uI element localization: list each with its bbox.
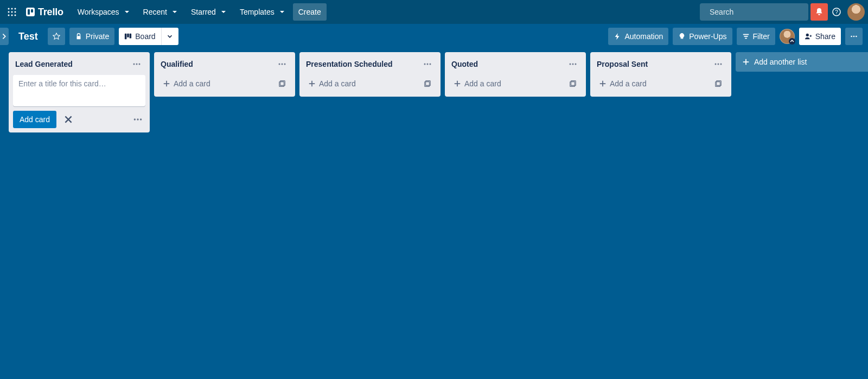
ellipsis-icon	[714, 60, 723, 68]
share-label: Share	[815, 32, 835, 41]
add-list-button[interactable]: Add another list	[736, 52, 868, 72]
list-menu-button[interactable]	[130, 58, 143, 71]
open-sidebar-button[interactable]	[0, 28, 9, 45]
header-nav: Workspaces Recent Starred Templates Crea…	[72, 3, 327, 21]
list-menu-button[interactable]	[421, 58, 434, 71]
star-icon	[53, 33, 60, 40]
svg-point-32	[284, 64, 286, 65]
list: Quoted Add a card	[445, 52, 586, 97]
list-title[interactable]: Qualified	[161, 60, 193, 68]
create-button[interactable]: Create	[293, 3, 327, 21]
svg-point-8	[15, 15, 16, 16]
svg-point-7	[11, 15, 13, 16]
add-card-button[interactable]: Add a card	[451, 77, 566, 90]
list: Proposal Sent Add a card	[590, 52, 731, 97]
svg-point-4	[11, 11, 13, 13]
add-card-button[interactable]: Add a card	[597, 77, 712, 90]
svg-point-23	[856, 36, 857, 37]
svg-point-45	[715, 64, 717, 65]
svg-point-27	[134, 118, 136, 120]
search-input[interactable]	[710, 8, 805, 16]
automation-label: Automation	[624, 32, 663, 41]
card-title-input[interactable]	[13, 75, 145, 104]
notifications-button[interactable]	[810, 3, 828, 21]
svg-point-24	[133, 64, 135, 65]
svg-point-40	[570, 64, 571, 65]
starred-menu[interactable]: Starred	[186, 3, 233, 21]
svg-text:?: ?	[835, 9, 838, 15]
close-icon	[63, 115, 73, 124]
visibility-label: Private	[86, 32, 110, 41]
list: Lead Generated Add card	[9, 52, 150, 132]
filter-button[interactable]: Filter	[737, 28, 775, 45]
add-card-label: Add a card	[464, 79, 501, 88]
svg-rect-16	[130, 34, 132, 39]
chevron-down-icon	[219, 8, 228, 16]
workspaces-menu[interactable]: Workspaces	[72, 3, 137, 21]
ellipsis-icon	[423, 60, 432, 68]
svg-point-36	[427, 64, 429, 65]
global-header: Trello Workspaces Recent Starred Templat…	[0, 0, 868, 24]
svg-rect-19	[745, 38, 747, 39]
automation-button[interactable]: Automation	[608, 28, 668, 45]
add-card-label: Add a card	[319, 79, 356, 88]
recent-menu[interactable]: Recent	[138, 3, 184, 21]
share-button[interactable]: Share	[799, 28, 841, 45]
list-menu-button[interactable]	[276, 58, 289, 71]
plus-icon	[454, 80, 461, 87]
card-template-button[interactable]	[276, 77, 289, 90]
search-box[interactable]	[700, 3, 808, 21]
add-card-label: Add a card	[174, 79, 210, 88]
list-menu-button[interactable]	[712, 58, 725, 71]
svg-point-2	[15, 8, 16, 10]
member-avatar[interactable]	[780, 29, 795, 44]
template-icon	[278, 80, 286, 87]
templates-menu[interactable]: Templates	[234, 3, 292, 21]
recent-label: Recent	[143, 8, 167, 16]
svg-point-0	[8, 8, 10, 10]
card-template-button[interactable]	[712, 77, 725, 90]
template-icon	[569, 80, 577, 87]
templates-label: Templates	[240, 8, 275, 16]
lock-icon	[75, 33, 82, 40]
help-button[interactable]: ?	[828, 3, 845, 21]
ellipsis-icon	[278, 60, 286, 68]
board-menu-button[interactable]	[845, 28, 863, 45]
workspaces-label: Workspaces	[78, 8, 119, 16]
compose-options-button[interactable]	[130, 112, 145, 127]
template-icon	[424, 80, 431, 87]
list-title[interactable]: Quoted	[451, 60, 478, 68]
board-canvas: Lead Generated Add card Qualified	[0, 49, 868, 379]
add-card-button[interactable]: Add a card	[306, 77, 421, 90]
add-card-button[interactable]: Add a card	[161, 77, 276, 90]
svg-point-47	[720, 64, 722, 65]
add-list-label: Add another list	[754, 58, 807, 66]
card-composer	[13, 75, 145, 106]
visibility-button[interactable]: Private	[69, 28, 115, 45]
svg-point-5	[15, 11, 16, 13]
cancel-compose-button[interactable]	[61, 112, 76, 127]
card-template-button[interactable]	[421, 77, 434, 90]
svg-point-28	[137, 118, 138, 120]
board-view-label: Board	[135, 32, 155, 41]
list-menu-button[interactable]	[566, 58, 579, 71]
filter-label: Filter	[753, 32, 770, 41]
list-title[interactable]: Proposal Sent	[597, 60, 648, 68]
trello-logo-icon	[26, 8, 35, 16]
powerups-button[interactable]: Power-Ups	[673, 28, 732, 45]
card-template-button[interactable]	[566, 77, 579, 90]
board-view-button[interactable]: Board	[119, 28, 161, 45]
svg-point-3	[8, 11, 10, 13]
list-title[interactable]: Lead Generated	[15, 60, 73, 68]
view-switcher-button[interactable]	[161, 28, 178, 45]
board-title[interactable]: Test	[13, 31, 43, 42]
chevron-right-icon	[1, 33, 8, 40]
create-label: Create	[298, 8, 321, 16]
template-icon	[714, 80, 722, 87]
add-card-submit-button[interactable]: Add card	[13, 111, 56, 128]
star-board-button[interactable]	[48, 28, 65, 45]
list-title[interactable]: Presentation Scheduled	[306, 60, 392, 68]
logo[interactable]: Trello	[21, 7, 69, 18]
account-avatar[interactable]	[847, 3, 865, 21]
apps-switcher-button[interactable]	[3, 3, 21, 21]
